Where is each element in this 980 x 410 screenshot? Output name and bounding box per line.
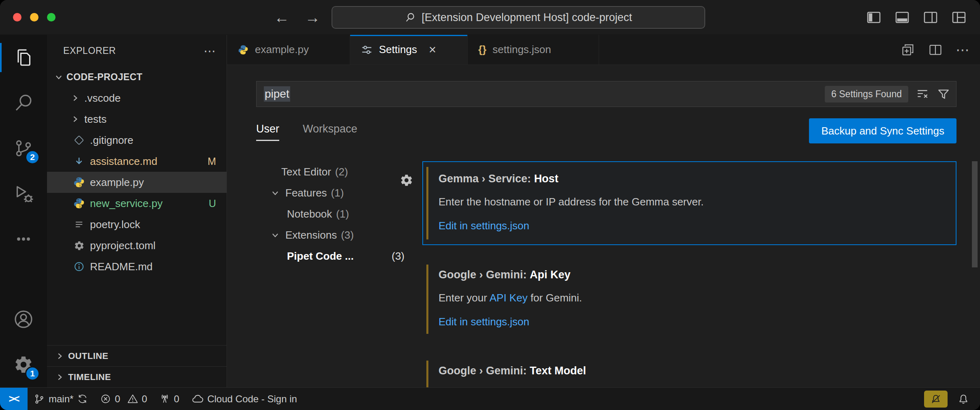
toc-notebook[interactable]: Notebook (1) (256, 203, 410, 224)
filter-icon[interactable] (937, 87, 950, 101)
explorer-more-actions-icon[interactable]: ⋯ (203, 44, 216, 58)
toml-gear-file-icon (73, 239, 85, 252)
toggle-secondary-sidebar-icon[interactable] (922, 9, 939, 26)
file-row-pyproject-toml[interactable]: pyproject.toml (47, 235, 227, 256)
forward-icon[interactable]: → (305, 9, 320, 26)
setting-category: Google › Gemini: (439, 269, 530, 281)
more-views-icon[interactable] (0, 216, 47, 262)
problems-item[interactable]: 0 0 (94, 388, 153, 410)
branch-item[interactable]: main* (28, 388, 94, 410)
json-file-icon: {} (478, 43, 486, 56)
setting-category: Gemma › Service: (439, 173, 534, 185)
setting-category: Google › Gemini: (439, 365, 530, 377)
project-root-row[interactable]: CODE-PROJECT (47, 66, 227, 88)
close-window-button[interactable] (13, 13, 21, 21)
toc-text-editor[interactable]: Text Editor (2) (256, 161, 410, 182)
toc-extensions[interactable]: Extensions (3) (256, 224, 410, 246)
settings-scope-row: User Workspace Backup and Sync Settings (256, 118, 956, 145)
settings-editor: pipet 6 Settings Found (227, 65, 980, 387)
toggle-primary-sidebar-icon[interactable] (866, 9, 882, 26)
file-row-tests[interactable]: tests (47, 109, 227, 130)
search-sidebar-icon[interactable] (0, 80, 47, 126)
outline-section[interactable]: OUTLINE (47, 345, 227, 366)
tab-bar: example.py Settings × {} settin (227, 35, 980, 65)
python-file-icon (73, 176, 85, 188)
tab-settings[interactable]: Settings × (350, 35, 468, 64)
file-row-example-py[interactable]: example.py (47, 172, 227, 193)
edit-in-settings-json-link[interactable]: Edit in settings.json (439, 220, 944, 232)
zoom-window-button[interactable] (47, 13, 56, 21)
markdown-file-icon (73, 155, 85, 167)
ports-count: 0 (174, 393, 179, 405)
clear-filters-icon[interactable] (916, 87, 929, 101)
chevron-right-icon (71, 94, 79, 102)
back-icon[interactable]: ← (274, 9, 289, 26)
timeline-section[interactable]: TIMELINE (47, 366, 227, 387)
file-row-readme-md[interactable]: README.md (47, 256, 227, 277)
scope-tab-workspace[interactable]: Workspace (303, 123, 357, 141)
chevron-right-icon (55, 373, 64, 382)
error-count: 0 (115, 393, 120, 405)
tab-settings-json[interactable]: {} settings.json (468, 35, 599, 64)
branch-label: main* (49, 393, 73, 405)
settings-search-input[interactable]: pipet 6 Settings Found (256, 81, 956, 107)
tab-label: settings.json (492, 43, 551, 56)
settings-found-badge: 6 Settings Found (825, 86, 908, 102)
source-control-icon[interactable]: 2 (0, 126, 47, 171)
project-root-label: CODE-PROJECT (66, 72, 143, 83)
editor-more-actions-icon[interactable]: ⋯ (956, 42, 969, 58)
toc-pipet-code[interactable]: Pipet Code ... (3) (256, 246, 410, 267)
source-control-badge: 2 (25, 150, 40, 164)
settings-toc: Text Editor (2) Features (1) Notebook (256, 161, 410, 387)
file-row-assistance-md[interactable]: assistance.md M (47, 151, 227, 172)
edit-in-settings-json-link[interactable]: Edit in settings.json (439, 316, 944, 328)
account-icon[interactable] (0, 297, 47, 342)
notifications-bell-icon[interactable] (957, 393, 969, 405)
setting-row-google-gemini-api-key[interactable]: Google › Gemini: Api Key Enter your API … (422, 257, 956, 341)
file-row-poetry-lock[interactable]: poetry.lock (47, 214, 227, 235)
warning-count: 0 (142, 393, 147, 405)
backup-sync-settings-button[interactable]: Backup and Sync Settings (809, 118, 956, 143)
tab-label: example.py (255, 43, 309, 56)
toc-features[interactable]: Features (1) (256, 182, 410, 203)
explorer-sidebar: EXPLORER ⋯ CODE-PROJECT .vscode (47, 35, 227, 387)
info-file-icon (73, 261, 85, 273)
toggle-panel-icon[interactable] (894, 9, 910, 26)
python-file-icon (73, 197, 85, 209)
scrollbar-thumb[interactable] (972, 161, 978, 267)
modified-indicator (426, 167, 428, 239)
setting-row-gemma-service-host[interactable]: Gemma › Service: Host Enter the hostname… (422, 161, 956, 245)
error-icon (100, 393, 111, 404)
remote-indicator[interactable]: >< (0, 388, 28, 410)
manage-gear-icon[interactable]: 1 (0, 342, 47, 387)
setting-gear-icon[interactable] (400, 173, 413, 187)
timeline-label: TIMELINE (68, 372, 111, 382)
settings-sliders-icon (361, 44, 373, 56)
setting-name: Host (534, 173, 558, 185)
modified-indicator (426, 361, 428, 387)
status-bar: >< main* 0 (0, 387, 980, 410)
cloud-code-item[interactable]: Cloud Code - Sign in (185, 388, 303, 410)
close-tab-icon[interactable]: × (429, 43, 436, 57)
open-changes-icon[interactable] (901, 43, 915, 57)
ports-item[interactable]: 0 (153, 388, 185, 410)
scope-tab-user[interactable]: User (256, 123, 279, 141)
run-debug-icon[interactable] (0, 171, 47, 216)
outline-label: OUTLINE (68, 351, 108, 361)
warning-icon (127, 393, 138, 404)
explorer-icon[interactable] (0, 35, 47, 80)
git-file-icon (73, 134, 85, 146)
chevron-right-icon (55, 352, 64, 361)
customize-layout-icon[interactable] (951, 9, 967, 26)
file-row-vscode[interactable]: .vscode (47, 88, 227, 109)
api-key-link[interactable]: API Key (490, 292, 528, 304)
file-row-new-service-py[interactable]: new_service.py U (47, 193, 227, 214)
split-editor-icon[interactable] (928, 43, 943, 57)
minimize-window-button[interactable] (30, 13, 39, 21)
tab-example-py[interactable]: example.py (227, 35, 350, 64)
do-not-disturb-item[interactable] (924, 391, 948, 408)
file-row-gitignore[interactable]: .gitignore (47, 130, 227, 151)
command-center[interactable]: [Extension Development Host] code-projec… (332, 6, 705, 29)
setting-row-google-gemini-text-model[interactable]: Google › Gemini: Text Model (422, 353, 956, 387)
setting-name: Text Model (530, 365, 586, 377)
